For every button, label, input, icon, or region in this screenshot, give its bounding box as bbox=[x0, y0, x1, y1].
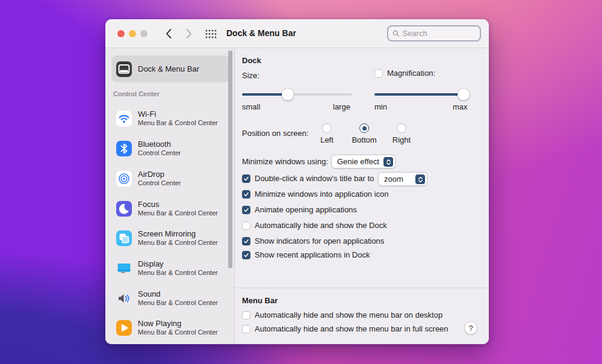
sidebar-scrollbar[interactable] bbox=[228, 51, 232, 268]
sidebar-item-label: Focus bbox=[138, 200, 218, 209]
autohide-menubar-desktop-checkbox[interactable] bbox=[242, 311, 250, 319]
fullscreen-button-disabled bbox=[140, 30, 147, 37]
double-click-action-dropdown[interactable]: zoom bbox=[378, 172, 427, 186]
check-icon bbox=[243, 238, 249, 244]
chevron-left-icon bbox=[165, 28, 172, 39]
recent-apps-checkbox[interactable] bbox=[242, 251, 250, 259]
checkbox-row-autohide-dock: Automatically hide and show the Dock bbox=[242, 221, 387, 230]
magnification-checkbox[interactable] bbox=[374, 69, 383, 78]
sidebar-item-sublabel: Menu Bar & Control Center bbox=[138, 329, 218, 336]
sidebar-item-label: Bluetooth bbox=[138, 140, 181, 149]
position-radio-right[interactable] bbox=[397, 123, 406, 133]
position-radio-left[interactable] bbox=[322, 123, 332, 133]
animate-label: Animate opening applications bbox=[255, 205, 357, 214]
checkbox-row-autohide-menubar-desktop: Automatically hide and show the menu bar… bbox=[242, 310, 442, 319]
size-slider[interactable] bbox=[242, 88, 352, 100]
airdrop-icon bbox=[116, 171, 132, 187]
checkbox-row-autohide-menubar-fullscreen: Automatically hide and show the menu bar… bbox=[242, 324, 448, 333]
title-bar[interactable]: Dock & Menu Bar bbox=[105, 19, 489, 48]
minimize-into-icon-checkbox[interactable] bbox=[242, 190, 250, 199]
dock-section-heading: Dock bbox=[242, 56, 261, 65]
sidebar-item-sublabel: Menu Bar & Control Center bbox=[138, 119, 218, 127]
minimize-button[interactable] bbox=[129, 30, 136, 37]
sidebar-item-sublabel: Menu Bar & Control Center bbox=[138, 299, 218, 307]
size-slider-thumb[interactable] bbox=[282, 88, 294, 100]
double-click-checkbox[interactable] bbox=[242, 174, 250, 183]
position-radio-bottom[interactable] bbox=[359, 123, 369, 133]
checkbox-row-animate: Animate opening applications bbox=[242, 205, 357, 214]
autohide-dock-checkbox[interactable] bbox=[242, 221, 250, 230]
close-button[interactable] bbox=[117, 30, 125, 37]
search-input[interactable] bbox=[402, 29, 476, 38]
help-button[interactable]: ? bbox=[464, 321, 477, 335]
sidebar-item-label: Dock & Menu Bar bbox=[138, 64, 199, 73]
minimize-into-icon-label: Minimize windows into application icon bbox=[255, 190, 389, 199]
sidebar-item-dock-menu-bar[interactable]: Dock & Menu Bar bbox=[111, 55, 229, 82]
autohide-menubar-fullscreen-label: Automatically hide and show the menu bar… bbox=[255, 324, 448, 333]
position-option-bottom-label[interactable]: Bottom bbox=[343, 135, 385, 144]
magnification-row: Magnification: bbox=[374, 69, 435, 78]
recent-apps-label: Show recent applications in Dock bbox=[255, 250, 370, 259]
dock-settings-panel: Dock Size: small large Magnification: mi… bbox=[235, 48, 489, 344]
sound-icon bbox=[116, 291, 132, 306]
now-playing-icon bbox=[116, 320, 132, 336]
checkbox-row-recent-apps: Show recent applications in Dock bbox=[242, 250, 370, 259]
sidebar-item-now-playing[interactable]: Now Playing Menu Bar & Control Center bbox=[105, 314, 234, 342]
sidebar-item-sound[interactable]: Sound Menu Bar & Control Center bbox=[105, 285, 234, 312]
magnification-slider-thumb[interactable] bbox=[458, 88, 470, 100]
section-divider bbox=[235, 288, 489, 288]
sidebar: Dock & Menu Bar Control Center Wi-Fi Men… bbox=[105, 48, 235, 344]
sidebar-item-screen-mirroring[interactable]: Screen Mirroring Menu Bar & Control Cent… bbox=[105, 224, 234, 252]
check-icon bbox=[243, 207, 249, 213]
minimize-using-label: Minimize windows using: bbox=[242, 157, 328, 166]
indicators-checkbox[interactable] bbox=[242, 237, 250, 245]
sidebar-item-airdrop[interactable]: AirDrop Control Center bbox=[105, 165, 234, 193]
system-preferences-window: Dock & Menu Bar Dock & Menu Bar Control … bbox=[105, 19, 489, 344]
autohide-dock-label: Automatically hide and show the Dock bbox=[255, 221, 387, 230]
position-option-right-label[interactable]: Right bbox=[380, 135, 423, 144]
sidebar-item-focus[interactable]: Focus Menu Bar & Control Center bbox=[105, 195, 234, 223]
grid-icon bbox=[205, 29, 217, 39]
search-field[interactable] bbox=[387, 25, 481, 42]
sidebar-item-wifi[interactable]: Wi-Fi Menu Bar & Control Center bbox=[105, 105, 234, 132]
sidebar-item-label: Display bbox=[138, 260, 218, 269]
sidebar-item-label: Now Playing bbox=[138, 319, 218, 329]
indicators-label: Show indicators for open applications bbox=[255, 236, 384, 245]
position-label: Position on screen: bbox=[242, 129, 309, 138]
minimize-effect-dropdown[interactable]: Genie effect bbox=[331, 155, 396, 168]
minimize-effect-value: Genie effect bbox=[337, 157, 379, 166]
stepper-icon bbox=[415, 174, 425, 184]
size-max-label: large bbox=[333, 102, 350, 111]
forward-button[interactable] bbox=[182, 27, 196, 40]
chevron-right-icon bbox=[185, 28, 193, 39]
sidebar-section-header: Control Center bbox=[113, 90, 160, 97]
sidebar-item-label: Screen Mirroring bbox=[138, 230, 218, 239]
check-icon bbox=[243, 252, 249, 258]
sidebar-item-label: AirDrop bbox=[138, 170, 181, 179]
checkbox-row-minimize-into-icon: Minimize windows into application icon bbox=[242, 190, 389, 199]
magnification-min-label: min bbox=[374, 102, 387, 111]
magnification-label: Magnification: bbox=[387, 69, 435, 78]
stepper-icon bbox=[383, 157, 393, 167]
page-title: Dock & Menu Bar bbox=[226, 28, 296, 38]
bluetooth-icon bbox=[116, 141, 132, 156]
position-option-left-label[interactable]: Left bbox=[306, 135, 348, 144]
size-label: Size: bbox=[242, 71, 259, 80]
checkbox-row-indicators: Show indicators for open applications bbox=[242, 236, 384, 245]
autohide-menubar-fullscreen-checkbox[interactable] bbox=[242, 325, 250, 333]
sidebar-item-sublabel: Menu Bar & Control Center bbox=[138, 209, 218, 217]
size-slider-fill bbox=[242, 93, 288, 96]
double-click-action-value: zoom bbox=[384, 174, 403, 184]
search-icon bbox=[393, 29, 399, 37]
magnification-slider[interactable] bbox=[374, 88, 470, 100]
back-button[interactable] bbox=[162, 27, 175, 40]
sidebar-item-bluetooth[interactable]: Bluetooth Control Center bbox=[105, 135, 234, 162]
focus-icon bbox=[116, 201, 132, 217]
animate-checkbox[interactable] bbox=[242, 206, 250, 214]
sidebar-item-sublabel: Menu Bar & Control Center bbox=[138, 239, 218, 247]
sidebar-item-display[interactable]: Display Menu Bar & Control Center bbox=[105, 254, 234, 282]
wifi-icon bbox=[116, 111, 132, 126]
dock-icon bbox=[116, 61, 132, 77]
show-all-preferences-button[interactable] bbox=[205, 28, 217, 39]
checkbox-row-double-click: Double-click a window's title bar to bbox=[242, 174, 374, 183]
